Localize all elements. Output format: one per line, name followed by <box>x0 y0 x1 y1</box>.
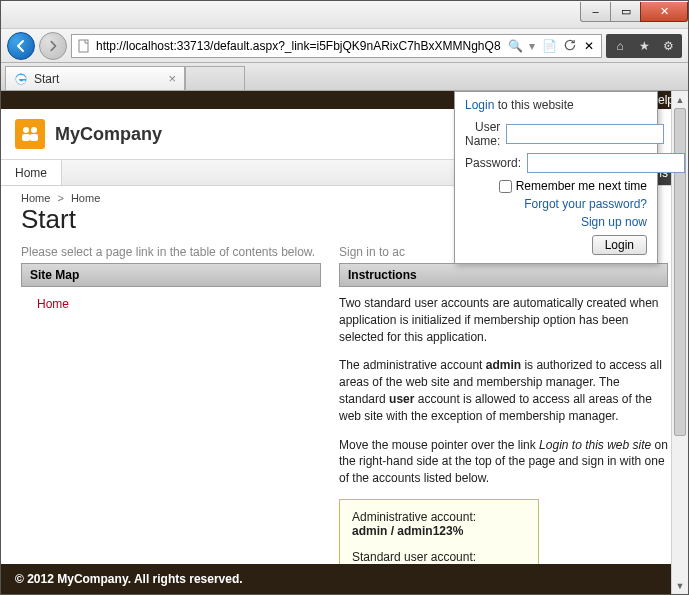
login-italic: Login to this web site <box>539 438 651 452</box>
remember-checkbox[interactable] <box>499 180 512 193</box>
signup-link[interactable]: Sign up now <box>465 213 647 231</box>
window-titlebar: – ▭ ✕ <box>1 1 688 29</box>
instructions-body: Two standard user accounts are automatic… <box>339 287 668 589</box>
login-panel: Login to this website User Name: Passwor… <box>454 91 658 264</box>
stop-icon[interactable]: ✕ <box>581 38 597 54</box>
separator: ▾ <box>527 39 537 53</box>
sitemap-link-home[interactable]: Home <box>25 297 317 311</box>
address-bar[interactable]: 🔍 ▾ 📄 ✕ <box>71 34 602 58</box>
window-minimize-button[interactable]: – <box>580 2 610 22</box>
svg-point-3 <box>31 127 37 133</box>
sitemap-header: Site Map <box>21 263 321 287</box>
nav-tab-home[interactable]: Home <box>1 160 62 185</box>
admin-account: Administrative account: admin / admin123… <box>352 510 526 538</box>
window-maximize-button[interactable]: ▭ <box>610 2 640 22</box>
username-label: User Name: <box>465 120 500 148</box>
scroll-up-icon[interactable]: ▲ <box>672 91 688 108</box>
instructions-p2: The administrative account admin is auth… <box>339 357 668 424</box>
back-button[interactable] <box>7 32 35 60</box>
page-icon <box>76 38 92 54</box>
company-name: MyCompany <box>55 124 162 145</box>
breadcrumb-root[interactable]: Home <box>21 192 50 204</box>
tools-gear-icon[interactable]: ⚙ <box>660 38 676 54</box>
tab-title: Start <box>34 72 59 86</box>
arrow-left-icon <box>14 39 28 53</box>
company-logo-icon <box>15 119 45 149</box>
instructions-p3: Move the mouse pointer over the link Log… <box>339 437 668 487</box>
ie-favicon-icon <box>14 72 28 86</box>
browser-tools: ⌂ ★ ⚙ <box>606 34 682 58</box>
admin-bold: admin <box>486 358 521 372</box>
browser-navbar: 🔍 ▾ 📄 ✕ ⌂ ★ ⚙ <box>1 29 688 63</box>
compat-view-icon[interactable]: 📄 <box>541 38 557 54</box>
login-button[interactable]: Login <box>592 235 647 255</box>
txt: The administrative account <box>339 358 486 372</box>
svg-rect-4 <box>22 134 30 141</box>
forgot-password-link[interactable]: Forgot your password? <box>465 195 647 213</box>
login-title-rest: to this website <box>494 98 573 112</box>
admin-account-creds: admin / admin123% <box>352 524 463 538</box>
svg-point-2 <box>23 127 29 133</box>
instructions-p1: Two standard user accounts are automatic… <box>339 295 668 345</box>
window-close-button[interactable]: ✕ <box>640 2 688 22</box>
site-footer: © 2012 MyCompany. All rights reserved. <box>1 564 688 594</box>
login-panel-title: Login to this website <box>465 98 647 112</box>
url-input[interactable] <box>96 39 503 53</box>
txt: Move the mouse pointer over the link <box>339 438 539 452</box>
scroll-track[interactable] <box>672 108 688 577</box>
instructions-header: Instructions <box>339 263 668 287</box>
password-label: Password: <box>465 156 521 170</box>
username-input[interactable] <box>506 124 664 144</box>
sitemap-body: Home <box>21 287 321 321</box>
tab-close-icon[interactable]: × <box>168 71 176 86</box>
user-account-label: Standard user account: <box>352 550 526 564</box>
admin-account-label: Administrative account: <box>352 510 526 524</box>
left-subtitle: Please select a page link in the table o… <box>21 245 321 259</box>
svg-rect-0 <box>79 40 88 52</box>
search-icon[interactable]: 🔍 <box>507 38 523 54</box>
refresh-icon[interactable] <box>561 38 577 54</box>
login-link[interactable]: Login <box>465 98 494 112</box>
new-tab-button[interactable] <box>185 66 245 90</box>
page-viewport: | Help MyCompany Home ns ▾ Home > Home S… <box>1 91 688 594</box>
breadcrumb-sep: > <box>57 192 63 204</box>
arrow-right-icon <box>47 40 59 52</box>
forward-button[interactable] <box>39 32 67 60</box>
user-bold: user <box>389 392 414 406</box>
favorites-icon[interactable]: ★ <box>636 38 652 54</box>
browser-tabstrip: Start × <box>1 63 688 91</box>
password-input[interactable] <box>527 153 685 173</box>
breadcrumb-current: Home <box>71 192 100 204</box>
home-icon[interactable]: ⌂ <box>612 38 628 54</box>
browser-tab[interactable]: Start × <box>5 66 185 90</box>
remember-label: Remember me next time <box>516 179 647 193</box>
scroll-down-icon[interactable]: ▼ <box>672 577 688 594</box>
svg-rect-5 <box>30 134 38 141</box>
